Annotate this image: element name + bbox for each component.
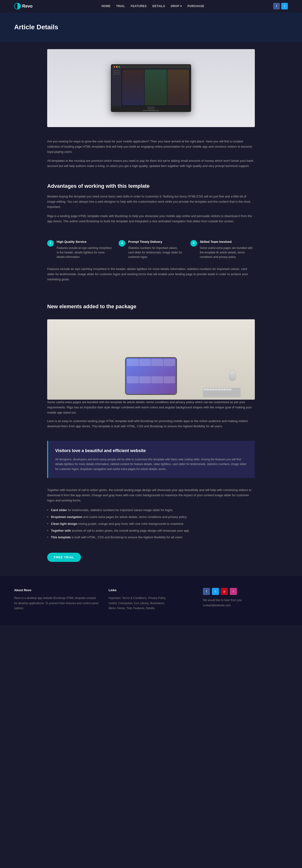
feature-content-2: Prompt Timely Delivery Statistics number… bbox=[128, 240, 183, 259]
feature-item-3: 3 Skilled Team Involved Some useful extr… bbox=[191, 240, 255, 259]
advantages-section: Advantages of working with this template… bbox=[0, 182, 302, 235]
app-icon bbox=[151, 359, 163, 366]
list-item: This template is built with HTML, CSS an… bbox=[47, 534, 255, 541]
nav-purchase[interactable]: PURCHASE bbox=[188, 4, 204, 8]
nav-trial[interactable]: TRIAL bbox=[116, 4, 125, 8]
feature-title-1: High Quality Service bbox=[57, 240, 111, 244]
nav-facebook-btn[interactable]: f bbox=[273, 3, 280, 9]
monitor-frame bbox=[111, 64, 191, 112]
hero-banner: Article Details bbox=[0, 12, 302, 42]
app-icon bbox=[164, 359, 175, 366]
footer-instagram-btn[interactable]: i bbox=[230, 588, 237, 595]
bullet-section: Together with touches of call to action … bbox=[0, 483, 302, 548]
logo-text: Revo bbox=[22, 3, 33, 10]
app-icon bbox=[139, 359, 151, 366]
new-elements-image-section: Some useful extra pages are bundled with… bbox=[0, 317, 302, 436]
article-hero-image-wrapper bbox=[0, 42, 302, 132]
footer-contact-email[interactable]: contact@website.com bbox=[203, 603, 288, 608]
key bbox=[221, 389, 223, 391]
nav-drop[interactable]: DROP ▾ bbox=[171, 4, 182, 8]
sidebar-line bbox=[113, 70, 120, 71]
cta-section: FREE TRIAL bbox=[0, 548, 302, 571]
bullet-list: Card slider for testimonials, statistics… bbox=[47, 507, 255, 541]
bullet-rest: mixing purple, orange and gray hues with… bbox=[78, 522, 183, 526]
app-icon bbox=[164, 376, 175, 383]
free-trial-button[interactable]: FREE TRIAL bbox=[47, 553, 81, 562]
footer-links: Links Important: Terms & Conditions, Pri… bbox=[108, 588, 194, 611]
feature-content-3: Skilled Team Involved Some useful extra … bbox=[200, 240, 255, 259]
footer: About Revo Revo is a desktop app website… bbox=[0, 576, 302, 625]
key bbox=[206, 389, 209, 391]
feature-content-1: High Quality Service Features include an… bbox=[57, 240, 111, 259]
nav-twitter-btn[interactable]: t bbox=[281, 3, 288, 9]
bullet-bold: Together with bbox=[51, 529, 71, 532]
app-icon bbox=[127, 376, 139, 383]
footer-facebook-btn[interactable]: f bbox=[203, 588, 210, 595]
dot-yellow bbox=[116, 66, 118, 67]
feature-desc-1: Features include an eye catching morphte… bbox=[57, 246, 111, 259]
key bbox=[224, 389, 226, 391]
advantages-p1: Besides buying the template you need som… bbox=[47, 194, 255, 210]
key bbox=[218, 389, 220, 391]
app-icon bbox=[127, 359, 139, 366]
monitor-bg bbox=[47, 49, 255, 127]
footer-link-2[interactable]: Useful: Colorpicker, Icon Library, Illus… bbox=[108, 601, 194, 606]
new-elements-p2: Leon is an easy to customize landing pag… bbox=[47, 418, 255, 429]
feature-num-1: 1 bbox=[47, 240, 54, 247]
footer-about-title: About Revo bbox=[14, 588, 99, 593]
bullet-rest: is built with HTML, CSS and Bootstrap to… bbox=[71, 535, 182, 539]
feature-num-3: 3 bbox=[191, 240, 197, 247]
page-title: Article Details bbox=[14, 22, 288, 33]
features-paragraph-section: Features include an eye catching morphte… bbox=[0, 267, 302, 293]
bullet-bold: Dropdown navigation bbox=[51, 515, 82, 519]
bullet-rest: and useful extra pages for article detai… bbox=[83, 515, 187, 519]
footer-pinterest-btn[interactable]: p bbox=[221, 588, 228, 595]
footer-grid: About Revo Revo is a desktop app website… bbox=[14, 588, 288, 611]
keyboard-sim bbox=[203, 388, 241, 397]
footer-social: f t p i bbox=[203, 588, 288, 595]
advantages-p2: Riga is a landing page HTML template mad… bbox=[47, 214, 255, 224]
monitor-screen bbox=[112, 68, 190, 106]
footer-twitter-btn[interactable]: t bbox=[212, 588, 219, 595]
dot-red bbox=[114, 66, 115, 67]
callout-p: All designers, developers and tech-savvy… bbox=[55, 457, 248, 471]
key bbox=[204, 389, 206, 391]
feature-title-2: Prompt Timely Delivery bbox=[128, 240, 183, 244]
features-grid: 1 High Quality Service Features include … bbox=[0, 235, 302, 267]
logo-icon bbox=[14, 3, 21, 9]
callout-box: Visitors love a beautiful and efficient … bbox=[47, 441, 255, 478]
advantages-title: Advantages of working with this template bbox=[47, 182, 255, 190]
footer-link-1[interactable]: Important: Terms & Conditions, Privacy P… bbox=[108, 596, 194, 601]
monitor-base bbox=[143, 110, 159, 111]
nav-home[interactable]: HOME bbox=[101, 4, 110, 8]
nav-details[interactable]: DETAILS bbox=[153, 4, 165, 8]
bullet-bold: Card slider bbox=[51, 508, 67, 512]
list-item: Dropdown navigation and useful extra pag… bbox=[47, 514, 255, 521]
feature-item-1: 1 High Quality Service Features include … bbox=[47, 240, 111, 259]
footer-about: About Revo Revo is a desktop app website… bbox=[14, 588, 99, 611]
intro-p1: Are you looking for ways to grow the use… bbox=[47, 139, 255, 154]
article-hero-image bbox=[47, 49, 255, 127]
monitor-sim bbox=[111, 64, 191, 112]
sim-panels bbox=[121, 68, 190, 106]
sidebar-line bbox=[113, 72, 120, 73]
feature-desc-3: Some useful extra pages are bundled with… bbox=[200, 246, 255, 259]
list-item: Card slider for testimonials, statistics… bbox=[47, 507, 255, 514]
footer-contact-col: f t p i We would like to hear from you c… bbox=[203, 588, 288, 611]
tablet-sim bbox=[125, 357, 177, 395]
footer-links-title: Links bbox=[108, 588, 194, 593]
new-elements-title-section: New elements added to the package bbox=[0, 293, 302, 317]
intro-p2: All templates in the roundup are premium… bbox=[47, 158, 255, 168]
monitor-top-bar bbox=[112, 65, 190, 68]
new-elements-title: New elements added to the package bbox=[47, 302, 255, 311]
nav-features[interactable]: FEATURES bbox=[131, 4, 147, 8]
key bbox=[226, 389, 229, 391]
mouse-sim bbox=[229, 370, 236, 381]
logo[interactable]: Revo bbox=[14, 3, 33, 10]
bullet-rest: for testimonials, statistics numbers for… bbox=[68, 508, 173, 512]
nav-links: HOME TRIAL FEATURES DETAILS DROP ▾ PURCH… bbox=[101, 4, 204, 9]
features-p: Features include an eye catching morphte… bbox=[47, 267, 255, 282]
footer-link-3[interactable]: Menu: Home, Trial, Features, Details bbox=[108, 606, 194, 611]
list-item: Together with touches of call to action … bbox=[47, 527, 255, 534]
footer-contact-label: We would like to hear from you bbox=[203, 598, 288, 603]
